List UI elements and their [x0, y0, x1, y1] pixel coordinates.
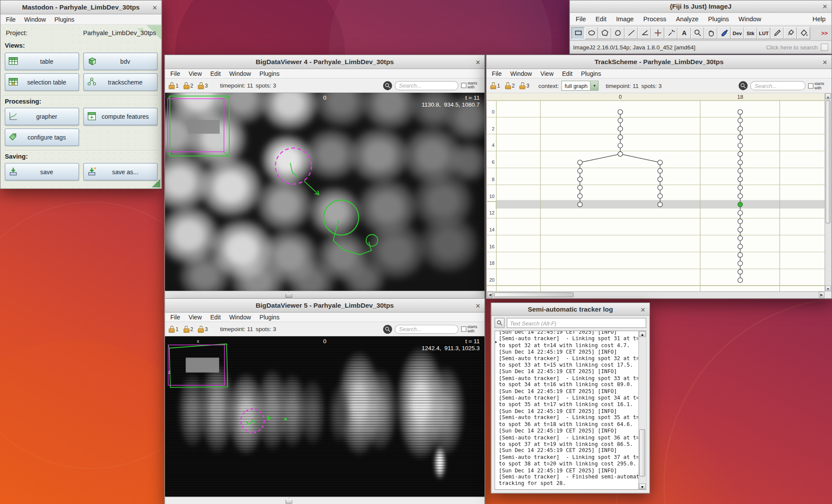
dev-tool[interactable]: Dev	[731, 27, 744, 39]
menu-item[interactable]: Window	[507, 70, 536, 77]
table-button[interactable]: table	[5, 52, 79, 70]
lock-toggle-3[interactable]: 3	[198, 325, 208, 332]
search-box-icon[interactable]	[821, 43, 828, 51]
menu-item[interactable]: Plugins	[256, 313, 283, 321]
menu-item[interactable]: File	[2, 16, 20, 23]
lock-toggle-1[interactable]: 1	[169, 325, 179, 332]
bdv4-image-canvas[interactable]: 0 t = 11 1130.8, 934.5, 1080.7	[165, 93, 484, 291]
line-tool[interactable]	[624, 27, 638, 39]
hand-tool[interactable]	[704, 27, 718, 39]
spot-node[interactable]	[738, 169, 743, 173]
scrollbar-thumb[interactable]	[826, 100, 830, 223]
starts-with-filter[interactable]: starts with	[808, 81, 828, 90]
spot-node[interactable]	[738, 278, 743, 283]
scroll-right-arrow[interactable]: ▶	[819, 292, 824, 297]
color-picker-tool[interactable]	[718, 27, 731, 39]
spot-node[interactable]	[738, 228, 743, 232]
menu-item[interactable]: Edit	[592, 14, 611, 23]
spot-node[interactable]	[578, 185, 582, 190]
spot-node[interactable]	[658, 169, 663, 173]
menu-item[interactable]: Window	[226, 70, 255, 77]
menu-item[interactable]: Window	[226, 313, 255, 321]
close-button[interactable]: ×	[822, 58, 827, 65]
scroll-up-arrow[interactable]: ▲	[639, 331, 646, 337]
polygon-tool[interactable]	[598, 27, 611, 39]
spot-node[interactable]	[738, 135, 743, 140]
vertical-scrollbar[interactable]: ▲ ▼	[638, 331, 646, 489]
starts-with-filter[interactable]: starts with	[461, 81, 481, 90]
spot-node[interactable]	[658, 202, 663, 207]
close-button[interactable]: ×	[475, 302, 480, 309]
zoom-tool[interactable]	[691, 27, 704, 39]
freehand-tool[interactable]	[611, 27, 625, 39]
title-bar[interactable]: BigDataViewer 5 - Parhyale_LimbDev_30tps…	[165, 299, 484, 312]
close-button[interactable]: ×	[475, 58, 480, 65]
starts-with-checkbox[interactable]	[808, 83, 813, 88]
text-tool[interactable]: A	[678, 27, 691, 39]
spot-node[interactable]	[618, 152, 623, 156]
spot-node[interactable]	[738, 143, 743, 148]
title-bar[interactable]: Semi-automatic tracker log ×	[491, 303, 650, 315]
lock-toggle-3[interactable]: 3	[198, 82, 208, 89]
scroll-up-arrow[interactable]: ▲	[825, 94, 831, 99]
search-input[interactable]	[750, 81, 805, 90]
stack-tool[interactable]: Stk	[744, 27, 757, 39]
lock-toggle-2[interactable]: 2	[183, 82, 193, 89]
spot-node[interactable]	[618, 143, 623, 148]
spot-node[interactable]	[578, 169, 582, 173]
spot-node[interactable]	[578, 160, 582, 165]
point-tool[interactable]	[651, 27, 664, 39]
close-button[interactable]: ×	[153, 3, 157, 11]
scrollbar-thumb[interactable]	[494, 293, 574, 297]
spot-node[interactable]	[578, 177, 582, 182]
lut-tool[interactable]: LUT	[757, 27, 770, 39]
spot-node[interactable]	[738, 261, 743, 266]
search-icon[interactable]	[738, 81, 748, 90]
imagej-search[interactable]: Click here to search	[766, 43, 829, 51]
oval-tool[interactable]	[585, 27, 598, 39]
menu-item[interactable]: Window	[20, 16, 49, 23]
spot-node[interactable]	[658, 185, 663, 190]
pencil-tool[interactable]	[770, 27, 784, 39]
trackscheme-button[interactable]: trackscheme	[83, 73, 157, 91]
starts-with-checkbox[interactable]	[461, 326, 466, 332]
bdv5-image-canvas[interactable]: x z 0 t = 11 1242.4, 911.3, 1025.3	[165, 336, 484, 497]
grapher-button[interactable]: grapher	[5, 108, 79, 125]
spot-node[interactable]	[738, 185, 743, 190]
spot-node[interactable]	[738, 211, 743, 215]
log-search-input[interactable]	[507, 318, 646, 328]
title-bar[interactable]: (Fiji Is Just) ImageJ ×	[570, 0, 832, 13]
spot-node[interactable]	[738, 160, 743, 165]
spot-node[interactable]	[738, 236, 743, 241]
wand-tool[interactable]	[664, 27, 678, 39]
spot-node[interactable]	[658, 177, 663, 182]
scrollbar-thumb[interactable]	[640, 429, 645, 476]
lock-toggle-1[interactable]: 1	[169, 82, 179, 89]
compute-features-button[interactable]: compute features	[83, 108, 157, 125]
time-slider[interactable]	[165, 291, 484, 298]
title-bar[interactable]: Mastodon - Parhyale_LimbDev_30tps ×	[0, 0, 161, 14]
spot-node[interactable]	[658, 160, 663, 165]
menu-item[interactable]: Window	[734, 14, 765, 23]
menu-item[interactable]: Analyze	[672, 14, 703, 23]
menu-item[interactable]: Edit	[207, 70, 224, 77]
spot-node[interactable]	[658, 194, 663, 198]
close-button[interactable]: ×	[822, 3, 827, 10]
menu-item[interactable]: Plugins	[577, 70, 604, 77]
title-bar[interactable]: BigDataViewer 4 - Parhyale_LimbDev_30tps…	[165, 55, 484, 69]
more-tools-button[interactable]: >>	[821, 30, 830, 36]
menu-item[interactable]: File	[572, 14, 590, 23]
paintbrush-tool[interactable]	[784, 27, 797, 39]
search-icon[interactable]	[383, 81, 392, 90]
menu-item[interactable]: View	[185, 313, 205, 321]
spot-node[interactable]	[738, 152, 743, 156]
save-as-button[interactable]: save as...	[83, 163, 157, 180]
spot-node[interactable]	[738, 127, 743, 131]
flood-fill-tool[interactable]	[797, 27, 810, 39]
selection-table-button[interactable]: selection table	[5, 73, 79, 91]
menu-item[interactable]: Edit	[558, 70, 576, 77]
bdv-button[interactable]: bdv	[83, 52, 157, 70]
menu-item[interactable]: Help	[808, 14, 830, 23]
spot-node[interactable]	[738, 244, 743, 249]
configure-tags-button[interactable]: configure tags	[5, 128, 79, 146]
